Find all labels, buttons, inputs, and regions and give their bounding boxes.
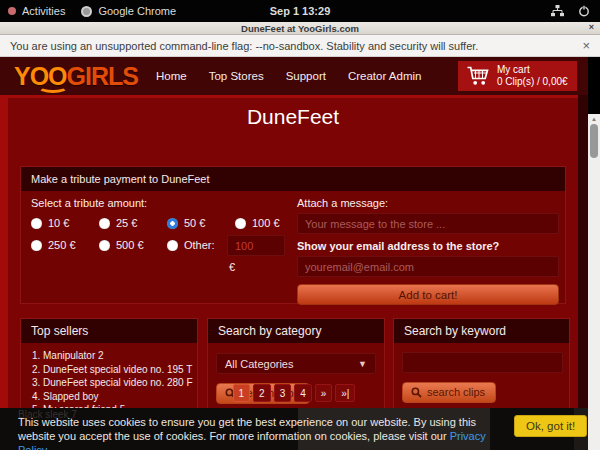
- tribute-panel: Make a tribute payment to DuneFeet Selec…: [20, 166, 566, 304]
- infobar-message: You are using an unsupported command-lin…: [10, 40, 478, 52]
- cart-title: My cart: [497, 64, 568, 76]
- radio-label: 10 €: [48, 217, 69, 229]
- page-scrollbar[interactable]: ▲ ▼: [588, 114, 600, 450]
- nav-item-top-stores[interactable]: Top Stores: [209, 70, 264, 82]
- radio-icon[interactable]: [235, 218, 246, 229]
- page-right-shade: [578, 57, 588, 408]
- window-close-icon[interactable]: ×: [589, 22, 594, 32]
- page-content: YOOGIRLS Home Top Stores Support Creator…: [0, 57, 588, 450]
- page-title: DuneFeet: [8, 98, 578, 129]
- pagination-page-4[interactable]: 4: [294, 384, 312, 402]
- category-select-value: All Categories: [225, 358, 293, 370]
- pagination-page-2[interactable]: 2: [253, 384, 271, 402]
- category-select[interactable]: All Categories ▼: [216, 353, 376, 374]
- cart-widget[interactable]: My cart 0 Clip(s) / 0,00€: [458, 61, 577, 91]
- top-sellers-list: Manipulator 2 DuneFeet special video no.…: [43, 349, 193, 417]
- cookie-accept-button[interactable]: Ok, got it!: [514, 415, 587, 437]
- pagination-next-icon[interactable]: »: [315, 384, 333, 402]
- scrollbar-thumb[interactable]: [590, 124, 598, 158]
- cookie-consent-bar: Black sleek 7 This website uses cookies …: [0, 408, 588, 450]
- radio-label: 500 €: [116, 239, 144, 251]
- power-icon[interactable]: [578, 5, 590, 17]
- logo-text-girls: GIRLS: [67, 64, 138, 89]
- message-input[interactable]: [297, 213, 559, 234]
- radio-icon[interactable]: [99, 218, 110, 229]
- radio-option-other[interactable]: Other:: [167, 239, 215, 251]
- radio-option-10[interactable]: 10 €: [31, 217, 69, 229]
- add-to-cart-button[interactable]: Add to cart!: [297, 284, 559, 305]
- keyword-search-header: Search by keyword: [394, 319, 569, 343]
- chevron-down-icon: ▼: [358, 359, 367, 369]
- browser-viewport: YOOGIRLS Home Top Stores Support Creator…: [0, 57, 600, 450]
- radio-option-250[interactable]: 250 €: [31, 239, 76, 251]
- main-nav: Home Top Stores Support Creator Admin: [156, 70, 421, 82]
- site-header: YOOGIRLS Home Top Stores Support Creator…: [0, 57, 588, 95]
- site-logo[interactable]: YOOGIRLS: [14, 64, 138, 89]
- cart-icon: [466, 65, 490, 87]
- radio-label: 50 €: [184, 217, 205, 229]
- radio-label: Other:: [184, 239, 215, 251]
- category-search-header: Search by category: [208, 319, 384, 343]
- cookie-message: This website uses cookies to ensure you …: [18, 415, 496, 450]
- tribute-panel-header: Make a tribute payment to DuneFeet: [21, 167, 565, 191]
- pagination-last-icon[interactable]: »|: [335, 384, 355, 402]
- nav-item-creator-admin[interactable]: Creator Admin: [348, 70, 422, 82]
- currency-symbol: €: [229, 261, 235, 273]
- message-label: Attach a message:: [297, 197, 559, 209]
- radio-icon[interactable]: [99, 240, 110, 251]
- email-label: Show your email address to the store?: [297, 240, 559, 252]
- cart-summary: 0 Clip(s) / 0,00€: [497, 76, 568, 88]
- radio-label: 250 €: [48, 239, 76, 251]
- pagination-page-1[interactable]: 1: [233, 384, 251, 402]
- radio-label: 100 €: [252, 217, 280, 229]
- nav-item-support[interactable]: Support: [286, 70, 326, 82]
- other-amount-input[interactable]: [227, 235, 285, 256]
- logo-smile-icon: [38, 81, 68, 93]
- pagination: 1 2 3 4 » »|: [0, 384, 588, 402]
- radio-option-50[interactable]: 50 €: [167, 217, 205, 229]
- radio-icon-selected[interactable]: [167, 218, 178, 229]
- gnome-top-bar: Activities Google Chrome Sep 1 13:29: [0, 0, 600, 22]
- top-sellers-header: Top sellers: [21, 319, 197, 343]
- top-seller-item[interactable]: DuneFeet special video no. 195 T: [43, 363, 193, 377]
- radio-icon[interactable]: [31, 218, 42, 229]
- window-title-bar[interactable]: DuneFeet at YooGirls.com ×: [0, 22, 600, 35]
- radio-icon[interactable]: [31, 240, 42, 251]
- top-seller-item[interactable]: Manipulator 2: [43, 349, 193, 363]
- amount-label: Select a tribute amount:: [31, 197, 147, 209]
- infobar-close-icon[interactable]: ×: [582, 38, 590, 53]
- nav-item-home[interactable]: Home: [156, 70, 187, 82]
- radio-icon[interactable]: [167, 240, 178, 251]
- clock[interactable]: Sep 1 13:29: [0, 5, 600, 17]
- email-input[interactable]: [297, 256, 559, 277]
- radio-option-500[interactable]: 500 €: [99, 239, 144, 251]
- chrome-infobar: You are using an unsupported command-lin…: [0, 35, 600, 57]
- radio-option-25[interactable]: 25 €: [99, 217, 137, 229]
- radio-option-100[interactable]: 100 €: [235, 217, 280, 229]
- scrollbar-up-icon[interactable]: ▲: [588, 114, 600, 124]
- cookie-message-text: This website uses cookies to ensure you …: [18, 416, 476, 442]
- network-icon[interactable]: [551, 5, 564, 17]
- keyword-input[interactable]: [402, 352, 563, 373]
- window-title: DuneFeet at YooGirls.com: [241, 23, 359, 34]
- pagination-page-3[interactable]: 3: [274, 384, 292, 402]
- radio-label: 25 €: [116, 217, 137, 229]
- desktop-screen: Activities Google Chrome Sep 1 13:29: [0, 0, 600, 450]
